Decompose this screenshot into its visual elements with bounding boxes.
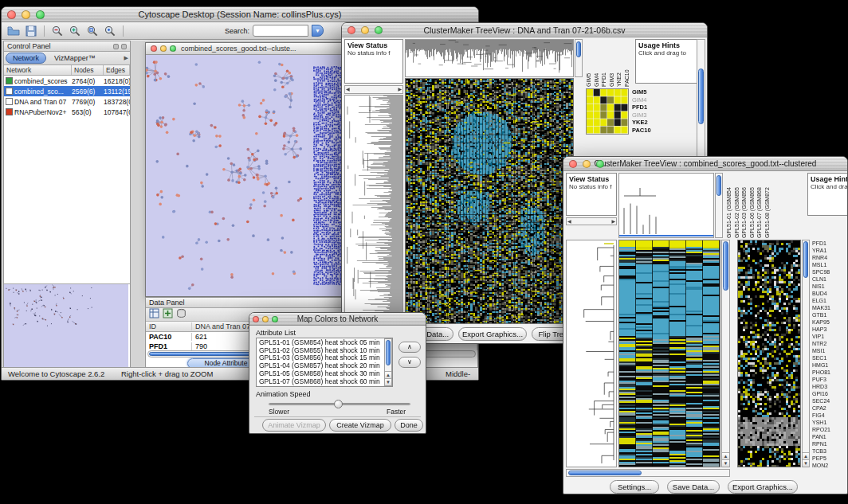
row-label[interactable]: YKE2 [632, 119, 664, 127]
column-dendrogram[interactable] [405, 39, 574, 77]
minimize-button[interactable] [22, 10, 30, 19]
column-dendro-vscrollbar[interactable] [715, 173, 723, 238]
global-heatmap[interactable] [586, 88, 629, 135]
export-graphics-button[interactable]: Export Graphics... [728, 480, 798, 494]
gene-label[interactable]: SEC1 [812, 354, 847, 361]
gene-label[interactable]: RPN1 [812, 440, 847, 447]
scroll-down-arrow-icon[interactable]: ▼ [385, 378, 391, 385]
treeview2-titlebar[interactable]: ClusterMaker TreeView : combined_scores_… [563, 157, 847, 171]
attribute-matrix-icon[interactable] [176, 307, 186, 322]
gene-label[interactable]: HMG1 [812, 361, 847, 369]
save-session-icon[interactable] [24, 24, 38, 38]
scrollbar-thumb[interactable] [698, 68, 704, 124]
col-id[interactable]: ID [146, 322, 192, 330]
column-label[interactable]: GPL51-08 (GSM872 [764, 173, 772, 238]
left-hscrollbar[interactable]: ◀ ▶ [566, 217, 617, 225]
zoom-selected-icon[interactable] [103, 24, 117, 38]
tab-network[interactable]: Network [6, 53, 46, 64]
treeview1-titlebar[interactable]: ClusterMaker TreeView : DNA and Tran 07-… [342, 23, 707, 37]
close-panel-icon[interactable] [121, 44, 127, 49]
heatmap-vscrollbar[interactable]: ▲ ▼ [721, 240, 730, 467]
zoom-button[interactable] [272, 316, 278, 322]
column-dendrogram-canvas[interactable] [619, 174, 713, 237]
gene-label[interactable]: CLN1 [812, 275, 847, 283]
row-label[interactable]: GIM4 [632, 96, 664, 104]
gene-label[interactable]: HRD3 [812, 383, 847, 390]
maximize-icon[interactable] [170, 45, 176, 52]
network-view-titlebar[interactable]: combined_scores_good.txt--cluste... [146, 43, 342, 55]
scrollbar-thumb[interactable] [568, 471, 642, 475]
close-button[interactable] [569, 160, 577, 168]
scroll-down-arrow-icon[interactable]: ▼ [722, 459, 729, 467]
row-dendrogram-canvas[interactable] [567, 240, 616, 467]
zoom-fit-icon[interactable] [85, 24, 100, 38]
minimize-icon[interactable] [160, 45, 167, 52]
attribute-item[interactable]: GPL51-07 (GSM868) heat shock 60 min [257, 378, 392, 386]
gene-label[interactable]: CPA2 [812, 404, 847, 412]
done-button[interactable]: Done [395, 419, 423, 432]
zoom-out-icon[interactable] [50, 24, 65, 38]
attribute-create-icon[interactable] [163, 307, 173, 322]
network-overview-canvas[interactable] [4, 284, 128, 367]
column-label[interactable]: PFD1 [601, 41, 609, 87]
scrollbar-thumb[interactable] [716, 175, 721, 196]
gene-label[interactable]: RNR4 [812, 254, 847, 261]
zoom-button[interactable] [375, 26, 383, 34]
gene-label[interactable]: VIP1 [812, 333, 847, 340]
row-label[interactable]: GIM5 [632, 88, 664, 96]
minimize-button[interactable] [262, 316, 269, 322]
main-titlebar[interactable]: Cytoscape Desktop (Session Name: collins… [2, 7, 478, 22]
gene-label[interactable]: BUD4 [812, 290, 847, 297]
left-hscrollbar[interactable]: ◀ ▶ [344, 85, 403, 94]
scroll-up-arrow-icon[interactable]: ▲ [722, 452, 729, 459]
gene-label[interactable]: GPI16 [812, 390, 847, 397]
global-heatmap-canvas[interactable] [738, 240, 800, 467]
attribute-select-icon[interactable] [149, 307, 159, 322]
gene-label[interactable]: ELG1 [812, 297, 847, 304]
scroll-up-arrow-icon[interactable]: ▲ [803, 452, 809, 459]
gene-label[interactable]: MSI1 [812, 347, 847, 354]
attribute-list-vscrollbar[interactable]: ▲ ▼ [384, 338, 392, 386]
search-dropdown-arrow[interactable]: ▼ [312, 25, 324, 37]
animation-speed-slider[interactable] [269, 403, 410, 405]
gene-label[interactable]: PAN1 [812, 433, 847, 440]
row-dendrogram[interactable] [344, 95, 403, 324]
scroll-right-arrow-icon[interactable]: ▶ [611, 218, 615, 225]
column-dendrogram[interactable] [618, 173, 714, 238]
heatmap-canvas[interactable] [406, 79, 573, 323]
column-label[interactable]: GIM5 [586, 41, 594, 87]
move-down-button[interactable]: ∨ [398, 357, 421, 368]
heatmap-canvas[interactable] [619, 240, 720, 467]
gene-label[interactable]: PHO81 [812, 369, 847, 376]
row-label[interactable]: PAC10 [632, 127, 664, 135]
network-overview-panel[interactable] [4, 283, 130, 368]
column-label[interactable]: GPL51-02 (GSM855 [734, 173, 742, 238]
column-dendrogram-canvas[interactable] [406, 40, 573, 76]
more-tabs-icon[interactable]: ▶ [124, 55, 128, 61]
row-dendrogram[interactable] [566, 240, 617, 467]
gene-label[interactable]: FIG4 [812, 412, 847, 419]
gene-label[interactable]: MON2 [812, 462, 847, 469]
scrollbar-thumb[interactable] [723, 241, 728, 291]
scroll-right-arrow-icon[interactable]: ▶ [398, 86, 402, 93]
column-label[interactable]: YKE2 [616, 41, 624, 87]
animate-vizmap-button[interactable]: Animate Vizmap [262, 419, 326, 432]
column-label[interactable]: GPL51-01 (GSM854 [726, 173, 734, 238]
row-dendrogram-canvas[interactable] [345, 96, 402, 323]
bottom-hscrollbar[interactable] [566, 469, 730, 477]
minimize-button[interactable] [583, 160, 591, 168]
column-label[interactable]: GIM3 [609, 41, 617, 87]
slider-thumb[interactable] [334, 400, 343, 408]
scroll-left-arrow-icon[interactable]: ◀ [346, 86, 350, 93]
gene-label[interactable]: KAP95 [812, 318, 847, 326]
save-data-button[interactable]: Save Data... [667, 480, 720, 494]
tab-vizmapper[interactable]: VizMapper™ [48, 53, 102, 63]
scroll-up-arrow-icon[interactable]: ▲ [385, 371, 391, 378]
search-input[interactable] [253, 25, 308, 37]
gene-label[interactable]: YRA1 [812, 247, 847, 254]
settings-button[interactable]: Settings... [610, 480, 659, 494]
scroll-left-arrow-icon[interactable]: ◀ [567, 218, 571, 225]
gene-label[interactable]: PFD1 [812, 240, 847, 247]
zoom-button[interactable] [596, 160, 604, 168]
network-row[interactable]: combined_scores 2764(0) 16218(0) [4, 76, 130, 86]
